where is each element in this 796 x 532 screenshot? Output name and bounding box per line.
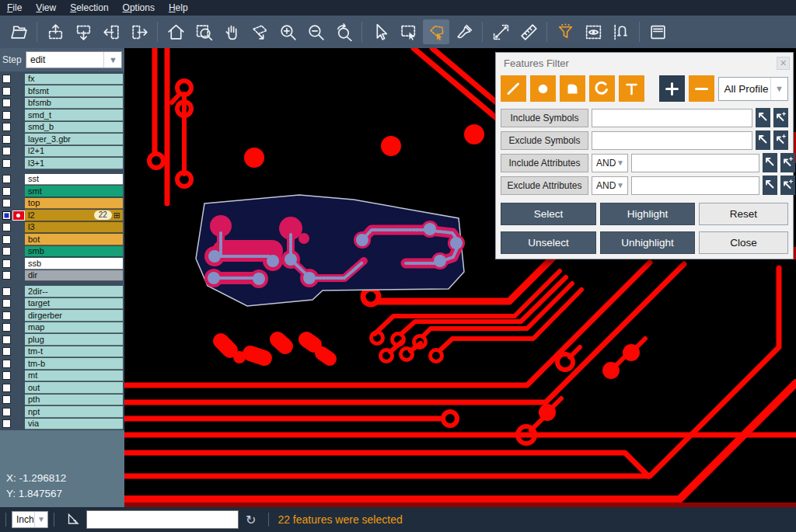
layer-checkbox[interactable] [2, 99, 11, 107]
layer-checkbox[interactable] [2, 419, 11, 428]
layer-row-dirgerber[interactable]: dirgerber [0, 310, 124, 322]
pan-down-button[interactable] [70, 19, 96, 44]
layer-row-bot[interactable]: bot [0, 234, 124, 246]
layer-label[interactable]: bfsmt [25, 85, 123, 97]
select-rectangle-button[interactable] [395, 19, 421, 44]
snap-button[interactable] [608, 19, 634, 44]
layer-checkbox[interactable] [2, 135, 11, 144]
layer-row-mt[interactable]: mt [0, 370, 124, 382]
grid-icon[interactable]: ⊞ [113, 210, 120, 220]
layer-checkbox[interactable] [2, 235, 11, 244]
include-symbols-button[interactable]: Include Symbols [501, 109, 588, 127]
zoom-home-button[interactable] [162, 19, 189, 44]
layer-checkbox[interactable] [2, 159, 11, 168]
layer-checkbox[interactable] [2, 259, 11, 268]
layer-row-l2[interactable]: l222⊞ [0, 210, 124, 222]
zoom-out-button[interactable] [302, 19, 329, 44]
step-select[interactable]: edit ▼ [26, 51, 122, 68]
layer-checkbox[interactable] [2, 311, 11, 320]
layer-label[interactable]: tm-b [25, 358, 123, 370]
layer-row-top[interactable]: top [0, 197, 124, 210]
layer-checkbox[interactable] [2, 223, 11, 231]
menu-options[interactable]: Options [116, 0, 162, 16]
layer-label[interactable]: sst [25, 174, 123, 186]
layer-row-pth[interactable]: pth [0, 394, 124, 406]
layer-checkbox[interactable] [2, 187, 11, 196]
layer-label[interactable]: l222⊞ [25, 210, 123, 221]
layer-label[interactable]: smb [25, 246, 123, 258]
pan-right-button[interactable] [126, 19, 152, 44]
layer-row-smd_t[interactable]: smd_t [0, 110, 124, 122]
include-attributes-operator-select[interactable]: AND▼ [592, 154, 628, 172]
layer-checkbox[interactable] [2, 360, 11, 368]
layer-checkbox[interactable] [2, 336, 11, 344]
close-icon[interactable]: ✕ [777, 57, 790, 70]
layer-row-via[interactable]: via [0, 418, 124, 430]
filter-mode-plus[interactable] [659, 75, 685, 102]
layer-label[interactable]: mt [25, 370, 123, 382]
layer-row-npt[interactable]: npt [0, 406, 124, 419]
layer-row-l3+1[interactable]: l3+1 [0, 158, 124, 170]
filter-type-surface[interactable] [560, 75, 585, 102]
include-symbols-input[interactable] [592, 109, 752, 127]
layer-label[interactable]: l3+1 [25, 158, 123, 169]
layer-label[interactable]: dirgerber [25, 310, 123, 322]
layer-label[interactable]: smd_t [25, 110, 123, 121]
exclude-attributes-input[interactable] [631, 176, 759, 195]
menu-selection[interactable]: Selection [63, 0, 115, 16]
layer-label[interactable]: out [25, 382, 123, 394]
features-filter-button[interactable] [552, 19, 578, 44]
layer-row-l2+1[interactable]: l2+1 [0, 145, 124, 158]
close-button[interactable]: Close [699, 231, 788, 254]
unhighlight-button[interactable]: Unhighlight [600, 231, 695, 254]
layer-label[interactable]: map [25, 322, 123, 334]
layer-checkbox[interactable] [2, 123, 11, 131]
open-button[interactable] [5, 19, 32, 44]
measure-button[interactable] [487, 19, 514, 44]
zoom-previous-button[interactable] [330, 19, 357, 44]
menu-help[interactable]: Help [162, 0, 195, 16]
profile-select[interactable]: All Profile▼ [718, 77, 788, 101]
view-features-button[interactable] [580, 19, 606, 44]
layer-label[interactable]: top [25, 198, 123, 210]
layer-label[interactable]: 2dir-- [25, 286, 123, 297]
unit-select[interactable]: Inch ▼ [12, 511, 48, 528]
zoom-window-button[interactable] [190, 19, 217, 44]
layer-label[interactable]: l2+1 [25, 146, 123, 158]
layer-row-sst[interactable]: sst [0, 173, 124, 186]
layer-row-l3[interactable]: l3 [0, 221, 124, 234]
exclude-symbols-pick-button[interactable] [756, 130, 770, 150]
layer-checkbox[interactable] [2, 271, 11, 280]
zoom-selection-button[interactable] [246, 19, 273, 44]
layer-label[interactable]: via [25, 419, 123, 430]
layer-row-fx[interactable]: fx [0, 73, 124, 85]
exclude-attributes-button[interactable]: Exclude Attributes [501, 176, 588, 195]
exclude-attributes-pick-button[interactable] [763, 176, 777, 195]
include-attributes-pick-button[interactable] [763, 153, 777, 172]
layer-checkbox[interactable] [2, 75, 11, 83]
layer-label[interactable]: fx [25, 74, 123, 85]
include-attributes-pick-add-button[interactable] [780, 153, 795, 172]
layer-row-tm-t[interactable]: tm-t [0, 346, 124, 358]
pan-hand-button[interactable] [218, 19, 245, 44]
include-symbols-pick-button[interactable] [756, 108, 770, 127]
exclude-symbols-pick-add-button[interactable] [773, 130, 788, 150]
layer-checkbox[interactable] [2, 347, 11, 356]
menu-view[interactable]: View [29, 0, 63, 16]
layer-checkbox[interactable] [2, 211, 11, 220]
layer-checkbox[interactable] [2, 287, 11, 296]
select-button[interactable]: Select [501, 203, 596, 225]
filter-mode-minus[interactable] [689, 75, 714, 102]
layer-checkbox[interactable] [2, 87, 11, 96]
layer-label[interactable]: l3 [25, 222, 123, 234]
layer-label[interactable]: smt [25, 186, 123, 197]
layer-label[interactable]: pth [25, 395, 123, 406]
include-attributes-input[interactable] [631, 154, 759, 172]
zoom-in-button[interactable] [274, 19, 301, 44]
command-input[interactable] [86, 510, 239, 529]
layer-row-smb[interactable]: smb [0, 245, 124, 258]
reset-button[interactable]: Reset [699, 203, 788, 225]
include-symbols-pick-add-button[interactable] [773, 108, 788, 127]
layer-label[interactable]: bot [25, 234, 123, 245]
highlight-button[interactable]: Highlight [600, 203, 695, 225]
